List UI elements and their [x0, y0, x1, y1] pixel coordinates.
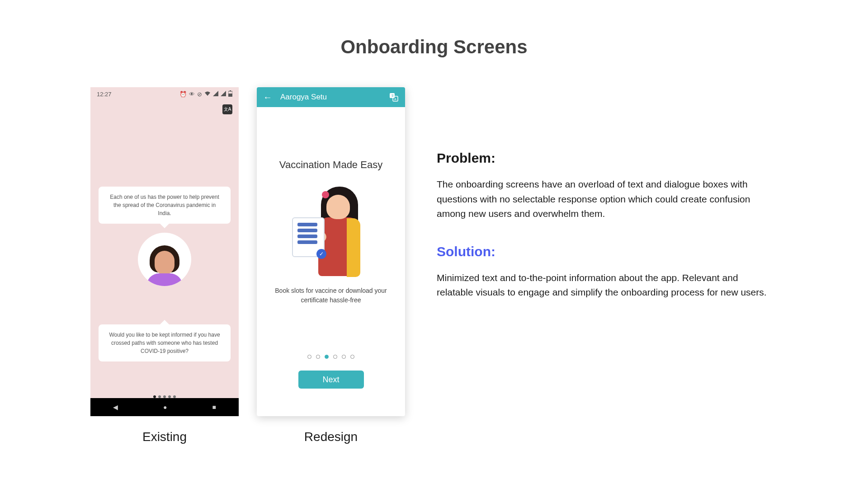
wifi-icon [204, 91, 211, 98]
recent-nav-icon[interactable]: ■ [212, 404, 216, 411]
existing-phone-group: 12:27 ⏰ 👁 ⊘ [90, 87, 239, 444]
page-dot[interactable] [350, 355, 354, 359]
problem-body: The onboarding screens have an overload … [437, 177, 776, 221]
back-nav-icon[interactable]: ◀ [113, 404, 118, 411]
page-title: Onboarding Screens [90, 36, 778, 58]
redesign-phone-mockup: ← Aarogya Setu 文A Vaccination Made Easy [257, 87, 405, 416]
dialog-text-bottom: Would you like to be kept informed if yo… [109, 332, 220, 354]
android-navigation-bar: ◀ ● ■ [90, 398, 239, 416]
battery-icon [228, 90, 232, 98]
dialog-bubble-bottom: Would you like to be kept informed if yo… [99, 324, 231, 361]
app-header: ← Aarogya Setu 文A [257, 87, 405, 107]
header-title: Aarogya Setu [280, 93, 381, 102]
page-dot[interactable] [333, 355, 337, 359]
page-indicator-redesign [257, 355, 405, 359]
back-arrow-icon[interactable]: ← [263, 92, 272, 103]
page-dot[interactable] [307, 355, 311, 359]
status-icons: ⏰ 👁 ⊘ [179, 90, 232, 98]
svg-text:A: A [394, 98, 396, 101]
existing-phone-mockup: 12:27 ⏰ 👁 ⊘ [90, 87, 239, 416]
dialog-bubble-top: Each one of us has the power to help pre… [99, 187, 231, 224]
problem-heading: Problem: [437, 150, 776, 166]
redesign-label: Redesign [304, 430, 358, 444]
onboarding-description: Book slots for vaccine or download your … [275, 286, 387, 305]
svg-rect-1 [228, 94, 232, 97]
content-row: 12:27 ⏰ 👁 ⊘ [90, 87, 778, 444]
dialog-text-top: Each one of us has the power to help pre… [110, 194, 219, 216]
svg-text:文: 文 [391, 94, 394, 97]
translate-icon[interactable]: 文A [222, 104, 232, 114]
redesign-phone-group: ← Aarogya Setu 文A Vaccination Made Easy [257, 87, 405, 444]
page-dot[interactable] [325, 355, 329, 359]
status-time: 12:27 [97, 91, 112, 98]
signal-icon-1 [213, 91, 218, 98]
status-bar: 12:27 ⏰ 👁 ⊘ [90, 87, 239, 101]
solution-body: Minimized text and to-the-point informat… [437, 271, 776, 300]
next-button[interactable]: Next [298, 371, 364, 389]
onboarding-title: Vaccination Made Easy [257, 159, 405, 171]
svg-rect-2 [230, 90, 231, 91]
avatar [138, 233, 191, 286]
solution-heading: Solution: [437, 244, 776, 259]
home-nav-icon[interactable]: ● [163, 404, 167, 411]
translate-header-icon[interactable]: 文A [389, 92, 399, 102]
checkmark-icon: ✓ [316, 249, 326, 259]
phones-section: 12:27 ⏰ 👁 ⊘ [90, 87, 405, 444]
page-dot[interactable] [316, 355, 320, 359]
signal-icon-2 [221, 91, 226, 98]
alarm-icon: ⏰ [179, 91, 187, 98]
dnd-icon: ⊘ [197, 91, 202, 98]
eye-icon: 👁 [189, 91, 195, 98]
page-container: Onboarding Screens 12:27 ⏰ 👁 ⊘ [0, 0, 868, 488]
onboarding-illustration: ✓ [295, 187, 367, 277]
page-dot[interactable] [342, 355, 346, 359]
existing-label: Existing [142, 430, 187, 444]
text-section: Problem: The onboarding screens have an … [437, 87, 776, 300]
